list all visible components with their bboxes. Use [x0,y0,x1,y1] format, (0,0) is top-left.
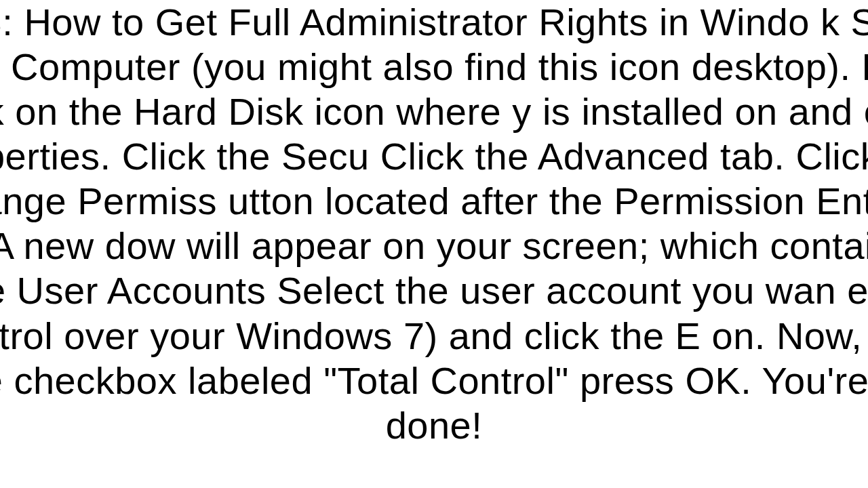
instruction-text: er 3: How to Get Full Administrator Righ… [0,0,868,448]
